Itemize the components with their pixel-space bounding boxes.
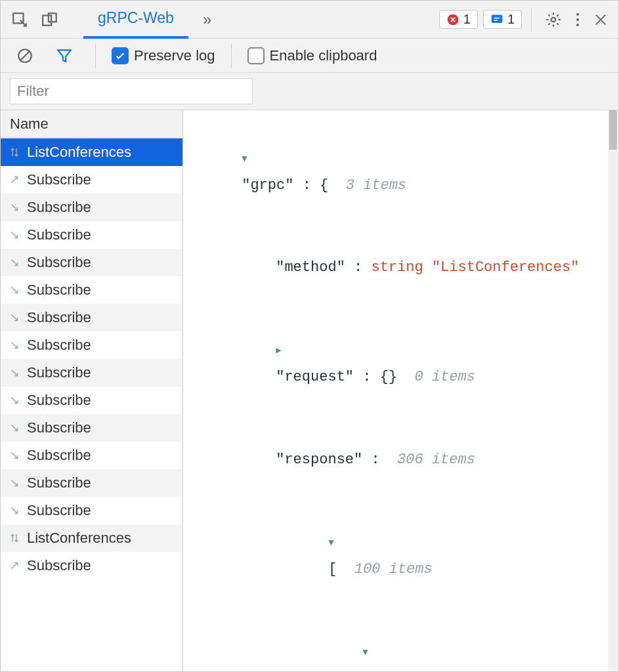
list-item-label: Subscribe bbox=[27, 226, 91, 243]
arrow-icon bbox=[7, 312, 22, 324]
list-item[interactable]: Subscribe bbox=[1, 166, 182, 194]
list-item-label: Subscribe bbox=[27, 171, 91, 188]
list-item-label: Subscribe bbox=[27, 502, 91, 519]
arrow-icon bbox=[7, 201, 22, 213]
arrow-icon bbox=[7, 257, 22, 268]
list-item-label: Subscribe bbox=[27, 447, 91, 464]
list-item[interactable]: Subscribe bbox=[1, 359, 182, 387]
list-item-label: Subscribe bbox=[27, 254, 91, 271]
arrow-icon bbox=[7, 229, 22, 241]
separator bbox=[95, 44, 96, 68]
arrow-icon bbox=[7, 422, 22, 434]
arrow-icon bbox=[7, 146, 22, 158]
list-item-label: Subscribe bbox=[27, 309, 91, 326]
scrollbar[interactable] bbox=[608, 110, 618, 671]
list-item[interactable]: Subscribe bbox=[1, 442, 182, 469]
list-header-name: Name bbox=[1, 110, 182, 138]
tree-request[interactable]: "request" : {} 0 items bbox=[190, 309, 616, 419]
list-item-label: ListConferences bbox=[27, 530, 131, 547]
checkbox-unchecked-icon bbox=[247, 47, 265, 64]
list-item[interactable]: Subscribe bbox=[1, 304, 182, 331]
list-item-label: Subscribe bbox=[27, 199, 91, 216]
list-item[interactable]: ListConferences bbox=[1, 524, 182, 552]
tree-method[interactable]: "method" : string "ListConferences" bbox=[190, 226, 616, 308]
arrow-icon bbox=[7, 367, 22, 379]
svg-rect-1 bbox=[43, 15, 51, 25]
list-item[interactable]: Subscribe bbox=[1, 552, 182, 579]
errors-pill[interactable]: 1 bbox=[439, 10, 478, 29]
stop-icon[interactable] bbox=[10, 43, 40, 68]
arrow-icon bbox=[7, 505, 22, 516]
list-item[interactable]: Subscribe bbox=[1, 414, 182, 442]
list-item[interactable]: Subscribe bbox=[1, 387, 182, 414]
list-item-label: Subscribe bbox=[27, 337, 91, 354]
message-icon bbox=[490, 13, 503, 26]
chevron-down-icon[interactable] bbox=[362, 638, 374, 665]
chevron-right-icon[interactable] bbox=[276, 336, 288, 364]
svg-rect-4 bbox=[492, 15, 502, 22]
list-item-label: Subscribe bbox=[27, 282, 91, 299]
request-list: Name ListConferencesSubscribeSubscribeSu… bbox=[1, 110, 183, 671]
arrow-icon bbox=[7, 394, 22, 406]
svg-rect-2 bbox=[49, 13, 56, 22]
svg-point-7 bbox=[576, 18, 579, 21]
svg-point-6 bbox=[576, 13, 579, 16]
filter-input[interactable] bbox=[10, 78, 253, 104]
chevron-down-icon[interactable] bbox=[328, 528, 340, 556]
list-item[interactable]: Subscribe bbox=[1, 194, 182, 221]
arrow-icon bbox=[7, 339, 22, 351]
list-item-label: Subscribe bbox=[27, 474, 91, 492]
arrow-icon bbox=[7, 174, 22, 186]
list-item[interactable]: Subscribe bbox=[1, 331, 182, 359]
funnel-icon[interactable] bbox=[49, 43, 79, 68]
messages-count: 1 bbox=[507, 12, 515, 27]
device-toggle-icon[interactable] bbox=[35, 7, 65, 32]
svg-point-5 bbox=[551, 17, 556, 22]
error-icon bbox=[446, 13, 459, 26]
filter-toolbar: Preserve log Enable clipboard bbox=[1, 39, 618, 73]
filter-bar bbox=[1, 73, 618, 110]
separator bbox=[531, 8, 532, 32]
list-item[interactable]: Subscribe bbox=[1, 221, 182, 249]
list-item[interactable]: Subscribe bbox=[1, 497, 182, 524]
preserve-log-label: Preserve log bbox=[134, 47, 215, 64]
errors-count: 1 bbox=[463, 12, 471, 27]
tree-response[interactable]: "response" : 306 items bbox=[190, 419, 616, 501]
main-toolbar: gRPC-Web » 1 1 bbox=[1, 1, 618, 39]
separator bbox=[231, 44, 232, 68]
arrow-icon bbox=[7, 532, 22, 544]
details-pane: "grpc" : { 3 items "method" : string "Li… bbox=[183, 110, 618, 671]
list-item-label: Subscribe bbox=[27, 557, 91, 574]
enable-clipboard-label: Enable clipboard bbox=[270, 47, 377, 64]
list-item[interactable]: Subscribe bbox=[1, 276, 182, 304]
arrow-icon bbox=[7, 284, 22, 296]
tab-grpc-web[interactable]: gRPC-Web bbox=[83, 1, 188, 39]
select-element-icon[interactable] bbox=[5, 7, 35, 32]
list-item[interactable]: Subscribe bbox=[1, 249, 182, 276]
messages-pill[interactable]: 1 bbox=[483, 10, 522, 29]
arrow-icon bbox=[7, 477, 22, 489]
main-split: Name ListConferencesSubscribeSubscribeSu… bbox=[1, 110, 618, 671]
list-item[interactable]: ListConferences bbox=[1, 138, 182, 166]
close-icon[interactable] bbox=[587, 9, 614, 31]
preserve-log-toggle[interactable]: Preserve log bbox=[112, 47, 215, 64]
tree-root[interactable]: "grpc" : { 3 items bbox=[190, 117, 616, 226]
tree-index-0[interactable]: 0 : { 5 items bbox=[190, 610, 616, 671]
tabs-overflow-icon[interactable]: » bbox=[196, 7, 218, 33]
list-item-label: Subscribe bbox=[27, 419, 91, 436]
scrollbar-thumb[interactable] bbox=[609, 110, 617, 150]
list-item-label: Subscribe bbox=[27, 392, 91, 409]
svg-point-8 bbox=[576, 24, 579, 26]
list-item-label: ListConferences bbox=[27, 144, 131, 161]
arrow-icon bbox=[7, 450, 22, 461]
arrow-icon bbox=[7, 560, 22, 572]
list-item-label: Subscribe bbox=[27, 364, 91, 381]
gear-icon[interactable] bbox=[538, 7, 568, 32]
enable-clipboard-toggle[interactable]: Enable clipboard bbox=[247, 47, 377, 64]
kebab-icon[interactable] bbox=[568, 7, 587, 32]
chevron-down-icon[interactable] bbox=[242, 144, 253, 172]
checkbox-checked-icon bbox=[112, 47, 129, 64]
list-item[interactable]: Subscribe bbox=[1, 469, 182, 497]
tree-array[interactable]: [ 100 items bbox=[190, 501, 616, 610]
